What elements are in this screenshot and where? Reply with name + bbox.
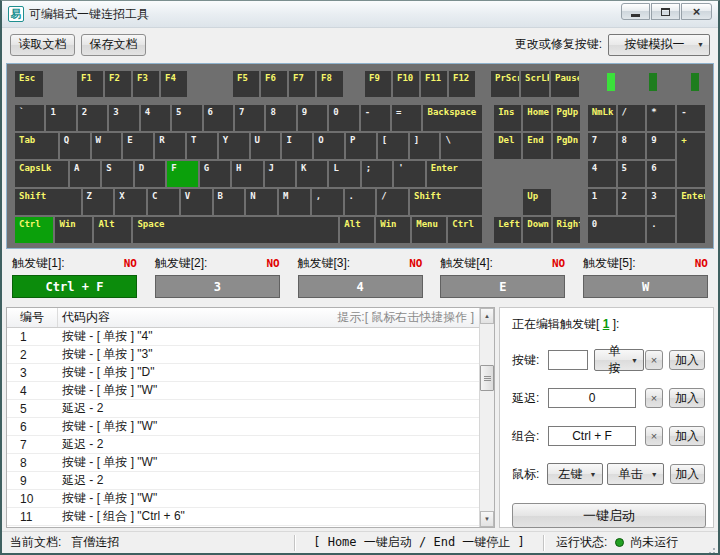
key-pause[interactable]: Pause bbox=[551, 71, 579, 97]
table-row[interactable]: 2按键 - [ 单按 ] "3" bbox=[7, 346, 494, 364]
key-symbol[interactable]: - bbox=[677, 105, 705, 131]
trigger-value-box[interactable]: Ctrl + F bbox=[12, 275, 137, 298]
key-j[interactable]: J bbox=[265, 161, 295, 187]
key-shift[interactable]: Shift bbox=[15, 189, 81, 215]
vertical-scrollbar[interactable]: ▲ ▼ bbox=[479, 308, 494, 527]
key-6[interactable]: 6 bbox=[204, 105, 233, 131]
key-capslk[interactable]: CapsLk bbox=[15, 161, 68, 187]
key-5[interactable]: 5 bbox=[618, 161, 646, 187]
key-symbol[interactable]: . bbox=[647, 217, 675, 243]
key-symbol[interactable]: ; bbox=[362, 161, 392, 187]
key-u[interactable]: U bbox=[251, 133, 281, 159]
key-l[interactable]: L bbox=[329, 161, 359, 187]
table-row[interactable]: 7延迟 - 2 bbox=[7, 436, 494, 454]
key-tab[interactable]: Tab bbox=[15, 133, 58, 159]
key-nmlk[interactable]: NmLk bbox=[588, 105, 616, 131]
key-f1[interactable]: F1 bbox=[77, 71, 103, 97]
key-ctrl[interactable]: Ctrl bbox=[448, 217, 482, 243]
minimize-button[interactable] bbox=[621, 3, 650, 20]
combo-add-button[interactable]: 加入 bbox=[669, 426, 705, 446]
table-row[interactable]: 10按键 - [ 单按 ] "W" bbox=[7, 490, 494, 508]
key-enter[interactable]: Enter bbox=[677, 189, 705, 243]
scroll-thumb[interactable] bbox=[480, 365, 494, 391]
key-f4[interactable]: F4 bbox=[161, 71, 187, 97]
key-9[interactable]: 9 bbox=[298, 105, 327, 131]
key-9[interactable]: 9 bbox=[647, 133, 675, 159]
mouse-button-dropdown[interactable]: 左键 ▼ bbox=[547, 463, 602, 485]
resize-grip[interactable] bbox=[713, 548, 715, 550]
key-f12[interactable]: F12 bbox=[449, 71, 475, 97]
key-backspace[interactable]: Backspace bbox=[423, 105, 482, 131]
key-7[interactable]: 7 bbox=[235, 105, 264, 131]
table-row[interactable]: 12按键 - [ 组合 ] bbox=[7, 526, 494, 528]
key-clear-button[interactable]: × bbox=[645, 350, 663, 370]
key-x[interactable]: X bbox=[115, 189, 146, 215]
scroll-down-button[interactable]: ▼ bbox=[480, 511, 494, 527]
key-add-button[interactable]: 加入 bbox=[669, 350, 705, 370]
key-symbol[interactable]: ` bbox=[15, 105, 44, 131]
key-pgdn[interactable]: PgDn bbox=[553, 133, 580, 159]
key-q[interactable]: Q bbox=[60, 133, 90, 159]
key-3[interactable]: 3 bbox=[647, 189, 675, 215]
key-p[interactable]: P bbox=[346, 133, 376, 159]
key-c[interactable]: C bbox=[148, 189, 179, 215]
key-ins[interactable]: Ins bbox=[494, 105, 521, 131]
key-win[interactable]: Win bbox=[55, 217, 92, 243]
key-g[interactable]: G bbox=[200, 161, 230, 187]
key-5[interactable]: 5 bbox=[172, 105, 201, 131]
key-down[interactable]: Down bbox=[523, 217, 550, 243]
key-6[interactable]: 6 bbox=[647, 161, 675, 187]
combo-input[interactable] bbox=[548, 426, 636, 446]
key-pgup[interactable]: PgUp bbox=[553, 105, 580, 131]
key-left[interactable]: Left bbox=[494, 217, 521, 243]
key-esc[interactable]: Esc bbox=[15, 71, 43, 97]
table-row[interactable]: 4按键 - [ 单按 ] "W" bbox=[7, 382, 494, 400]
table-row[interactable]: 8按键 - [ 单按 ] "W" bbox=[7, 454, 494, 472]
key-o[interactable]: O bbox=[314, 133, 344, 159]
key-shift[interactable]: Shift bbox=[410, 189, 482, 215]
trigger-value-box[interactable]: E bbox=[440, 275, 565, 298]
trigger-value-box[interactable]: 3 bbox=[155, 275, 280, 298]
key-space[interactable]: Space bbox=[133, 217, 338, 243]
key-f8[interactable]: F8 bbox=[317, 71, 343, 97]
key-f6[interactable]: F6 bbox=[261, 71, 287, 97]
key-f9[interactable]: F9 bbox=[365, 71, 391, 97]
key-symbol[interactable]: / bbox=[377, 189, 408, 215]
key-symbol[interactable]: - bbox=[361, 105, 390, 131]
save-document-button[interactable]: 保存文档 bbox=[81, 34, 146, 56]
key-r[interactable]: R bbox=[155, 133, 185, 159]
key-win[interactable]: Win bbox=[376, 217, 410, 243]
start-button[interactable]: 一键启动 bbox=[512, 503, 706, 528]
key-symbol[interactable]: = bbox=[392, 105, 421, 131]
key-f11[interactable]: F11 bbox=[421, 71, 447, 97]
table-row[interactable]: 6按键 - [ 单按 ] "W" bbox=[7, 418, 494, 436]
key-f[interactable]: F bbox=[167, 161, 197, 187]
key-2[interactable]: 2 bbox=[618, 189, 646, 215]
key-home[interactable]: Home bbox=[523, 105, 550, 131]
combo-clear-button[interactable]: × bbox=[645, 426, 663, 446]
key-mode-dropdown[interactable]: 按键模拟一 ▼ bbox=[608, 34, 710, 56]
key-0[interactable]: 0 bbox=[329, 105, 358, 131]
mouse-add-button[interactable]: 加入 bbox=[670, 464, 705, 484]
key-8[interactable]: 8 bbox=[618, 133, 646, 159]
key-symbol[interactable]: + bbox=[677, 133, 705, 187]
key-4[interactable]: 4 bbox=[141, 105, 170, 131]
key-alt[interactable]: Alt bbox=[94, 217, 131, 243]
key-1[interactable]: 1 bbox=[46, 105, 75, 131]
key-input[interactable] bbox=[548, 350, 588, 370]
key-right[interactable]: Right bbox=[553, 217, 580, 243]
key-7[interactable]: 7 bbox=[588, 133, 616, 159]
key-0[interactable]: 0 bbox=[588, 217, 646, 243]
key-symbol[interactable]: . bbox=[345, 189, 376, 215]
key-e[interactable]: E bbox=[123, 133, 153, 159]
key-up[interactable]: Up bbox=[523, 189, 550, 215]
key-f2[interactable]: F2 bbox=[105, 71, 131, 97]
delay-add-button[interactable]: 加入 bbox=[669, 388, 705, 408]
key-ctrl[interactable]: Ctrl bbox=[15, 217, 53, 243]
key-1[interactable]: 1 bbox=[588, 189, 616, 215]
key-enter[interactable]: Enter bbox=[427, 161, 483, 187]
key-b[interactable]: B bbox=[214, 189, 245, 215]
key-i[interactable]: I bbox=[282, 133, 312, 159]
maximize-button[interactable] bbox=[651, 3, 680, 20]
key-symbol[interactable]: / bbox=[618, 105, 646, 131]
